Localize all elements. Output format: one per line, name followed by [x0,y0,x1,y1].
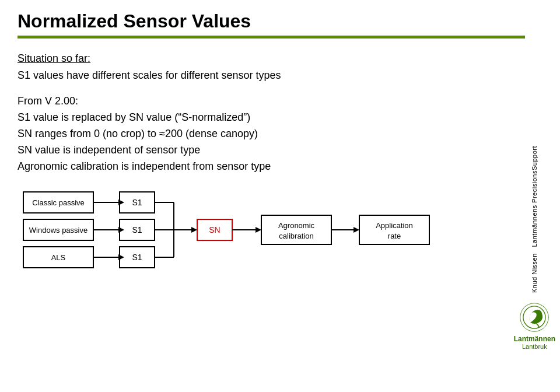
svg-text:SN: SN [209,225,220,235]
vertical-label-text: Knud Nissen Lantmännens PrecisionsSuppor… [531,146,538,293]
body-line-3: SN value is independent of sensor type [18,142,542,159]
situation-heading: Situation so far: [18,52,90,64]
svg-point-37 [520,303,549,332]
page: Normalized Sensor Values Situation so fa… [0,0,560,392]
body-line-2: SN ranges from 0 (no crop) to ≈200 (dens… [18,126,542,142]
body-line-1: S1 value is replaced by SN value (“S-nor… [18,110,542,126]
body-line-4: Agronomic calibration is independent fro… [18,159,542,175]
flow-diagram: Classic passive Windows passive ALS S1 S… [18,186,525,274]
svg-text:S1: S1 [132,198,142,207]
decorative-line [18,36,525,38]
svg-text:Windows passive: Windows passive [29,226,88,235]
svg-text:Classic passive: Classic passive [32,198,85,207]
svg-marker-33 [354,227,359,233]
svg-text:Application: Application [376,221,413,230]
flow-svg: Classic passive Windows passive ALS S1 S… [18,186,525,274]
svg-text:rate: rate [388,232,401,240]
svg-marker-24 [191,227,197,233]
svg-marker-28 [256,227,261,233]
situation-section: Situation so far: S1 values have differe… [18,52,542,82]
svg-text:S1: S1 [132,253,142,262]
body-text-block: From V 2.00: S1 value is replaced by SN … [18,93,542,174]
logo-area: Lantmännen Lantbruk [514,302,555,350]
logo-sub: Lantbruk [522,343,547,350]
right-sidebar: Knud Nissen Lantmännens PrecisionsSuppor… [514,117,555,350]
logo-name: Lantmännen [514,335,555,343]
page-title: Normalized Sensor Values [18,10,542,32]
lantmannen-logo [519,302,550,332]
svg-text:calibration: calibration [279,232,313,240]
svg-text:ALS: ALS [51,253,66,262]
svg-text:S1: S1 [132,225,142,235]
from-v-line: From V 2.00: [18,93,542,110]
situation-line: S1 values have different scales for diff… [18,69,542,82]
svg-text:Agronomic: Agronomic [278,221,315,230]
